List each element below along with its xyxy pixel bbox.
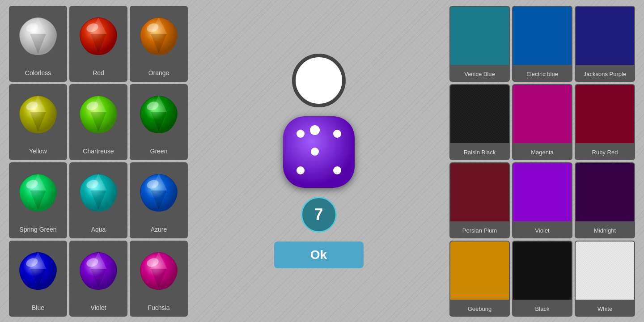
swatch-card-venice-blue[interactable]: Venice Blue (449, 6, 510, 82)
swatch-fabric-jacksons-purple (576, 7, 634, 65)
gem-icon-orange (136, 13, 181, 58)
swatch-fabric-venice-blue (450, 7, 509, 65)
swatch-label-white: White (597, 305, 612, 312)
swatch-card-raisin-black[interactable]: Raisin Black (449, 84, 510, 160)
swatch-fabric-electric-blue (513, 7, 572, 65)
swatch-card-white[interactable]: White (575, 241, 635, 317)
swatch-fabric-white (576, 242, 634, 300)
swatch-fabric-geebung (450, 242, 509, 300)
gem-card-spring-green[interactable]: Spring Green (9, 162, 67, 238)
gem-label-spring-green: Spring Green (19, 226, 56, 233)
dice-number: 7 (314, 205, 323, 224)
gem-icon-colorless (16, 13, 60, 58)
gem-icon-yellow (16, 92, 60, 136)
gem-card-red[interactable]: Red (69, 6, 127, 82)
gem-card-yellow[interactable]: Yellow (9, 84, 67, 160)
swatch-label-persian-plum: Persian Plum (462, 227, 497, 234)
swatch-card-violet[interactable]: Violet (512, 162, 572, 238)
gem-label-orange: Orange (148, 69, 169, 76)
swatch-label-raisin-black: Raisin Black (464, 149, 496, 156)
gem-card-blue[interactable]: Blue (9, 241, 67, 317)
dice-dot (333, 130, 341, 138)
swatch-card-persian-plum[interactable]: Persian Plum (449, 162, 510, 238)
dice-dot-top (310, 125, 320, 135)
swatch-fabric-raisin-black (450, 85, 509, 143)
swatch-color-grid: Venice BlueElectric blueJacksons PurpleR… (449, 6, 635, 317)
gem-card-chartreuse[interactable]: Chartreuse (69, 84, 127, 160)
swatch-card-magenta[interactable]: Magenta (512, 84, 572, 160)
gem-label-colorless: Colorless (25, 69, 51, 76)
gem-icon-red (76, 13, 121, 58)
gem-card-azure[interactable]: Azure (130, 162, 188, 238)
swatch-card-electric-blue[interactable]: Electric blue (512, 6, 572, 82)
gem-card-violet[interactable]: Violet (69, 241, 127, 317)
swatch-label-jacksons-purple: Jacksons Purple (584, 71, 626, 77)
gem-label-green: Green (150, 148, 168, 155)
swatch-label-venice-blue: Venice Blue (464, 71, 495, 77)
gem-icon-fuchsia (136, 248, 181, 293)
swatch-card-jacksons-purple[interactable]: Jacksons Purple (575, 6, 635, 82)
swatch-fabric-black (513, 242, 572, 300)
gem-label-fuchsia: Fuchsia (148, 304, 169, 311)
swatch-card-midnight[interactable]: Midnight (575, 162, 635, 238)
swatch-label-violet: Violet (535, 227, 549, 234)
gem-icon-green (136, 92, 181, 136)
gem-label-violet: Violet (91, 304, 106, 311)
gem-label-yellow: Yellow (29, 148, 47, 155)
dice-dot (297, 130, 305, 138)
swatch-label-ruby-red: Ruby Red (592, 149, 618, 156)
gem-icon-violet (76, 248, 121, 293)
gem-icon-aqua (76, 170, 121, 215)
swatch-fabric-magenta (513, 85, 572, 143)
swatch-card-ruby-red[interactable]: Ruby Red (575, 84, 635, 160)
gem-icon-spring-green (16, 170, 60, 215)
gem-card-colorless[interactable]: Colorless (9, 6, 67, 82)
dice-preview (283, 116, 355, 188)
swatch-card-geebung[interactable]: Geebung (449, 241, 510, 317)
gem-icon-blue (16, 248, 60, 293)
swatch-label-midnight: Midnight (594, 227, 616, 234)
gem-label-azure: Azure (151, 226, 167, 233)
ok-button[interactable]: Ok (274, 242, 364, 268)
gem-label-blue: Blue (32, 304, 44, 311)
swatch-fabric-midnight (576, 163, 634, 221)
dice-dot (311, 148, 319, 156)
swatch-label-electric-blue: Electric blue (526, 71, 558, 77)
color-preview (292, 54, 346, 107)
dice-dot (297, 166, 305, 174)
gem-label-red: Red (93, 69, 104, 76)
swatch-fabric-violet (513, 163, 572, 221)
gem-icon-azure (136, 170, 181, 215)
swatch-label-black: Black (535, 305, 550, 312)
gem-color-grid: ColorlessRedOrangeYellowChartreuseGreenS… (9, 6, 188, 317)
center-panel: 7 Ok (274, 54, 364, 268)
dice-dot (333, 166, 341, 174)
gem-icon-chartreuse (76, 92, 121, 136)
gem-card-green[interactable]: Green (130, 84, 188, 160)
swatch-fabric-ruby-red (576, 85, 634, 143)
number-badge: 7 (301, 197, 337, 233)
swatch-label-magenta: Magenta (531, 149, 554, 156)
swatch-label-geebung: Geebung (468, 305, 492, 312)
gem-card-aqua[interactable]: Aqua (69, 162, 127, 238)
gem-card-fuchsia[interactable]: Fuchsia (130, 241, 188, 317)
gem-label-aqua: Aqua (91, 226, 106, 233)
swatch-card-black[interactable]: Black (512, 241, 572, 317)
swatch-fabric-persian-plum (450, 163, 509, 221)
gem-card-orange[interactable]: Orange (130, 6, 188, 82)
gem-label-chartreuse: Chartreuse (83, 148, 114, 155)
